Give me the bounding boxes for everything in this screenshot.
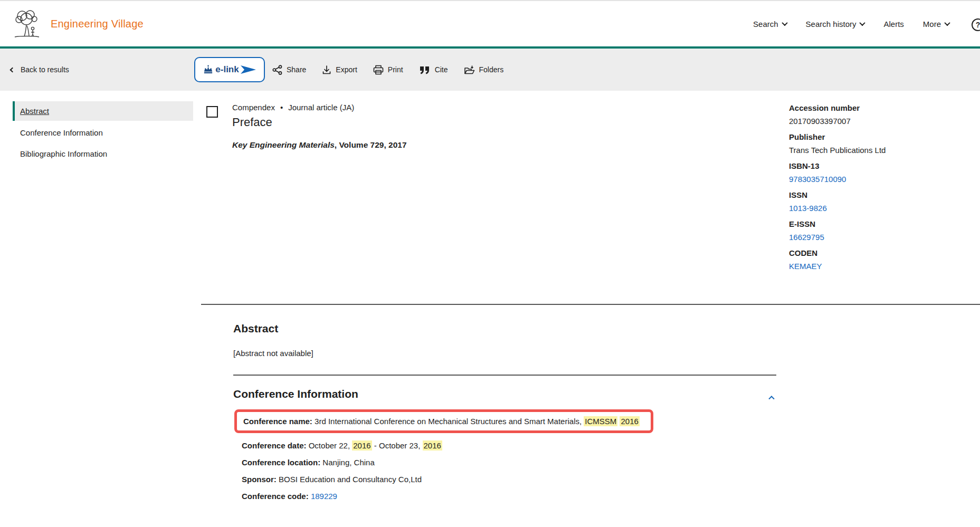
record-toolbar: Back to results e-link Share: [0, 49, 980, 91]
meta-isbn13: ISBN-13 9783035710090: [789, 161, 968, 184]
conference-date-text: October 22,: [309, 441, 350, 450]
chevron-down-icon: [860, 20, 865, 26]
print-label: Print: [388, 65, 403, 74]
meta-label: E-ISSN: [789, 219, 968, 228]
sidebar-item-label: Abstract: [20, 107, 49, 116]
database-name: Compendex: [232, 103, 275, 112]
meta-label: Publisher: [789, 132, 968, 141]
conference-name-label: Conference name:: [243, 417, 312, 426]
print-icon: [373, 65, 384, 75]
section-divider: [233, 375, 776, 376]
sidebar-item-label: Bibliographic Information: [20, 149, 107, 158]
chevron-up-icon: [768, 396, 774, 401]
search-term-highlight: 2016: [423, 440, 442, 451]
nav-search[interactable]: Search: [753, 20, 787, 28]
meta-value: 20170903397007: [789, 117, 968, 126]
conference-information-section: Conference Information Conference name: …: [233, 388, 777, 501]
nav-alerts[interactable]: Alerts: [883, 20, 903, 28]
nav-more[interactable]: More: [923, 20, 949, 28]
record-title: Preface: [232, 116, 354, 129]
export-button[interactable]: Export: [322, 65, 357, 75]
section-sidebar: Abstract Conference Information Bibliogr…: [13, 101, 193, 166]
arrow-right-icon: [241, 64, 256, 75]
source-publication-line: Key Engineering Materials, Volume 729, 2…: [232, 140, 407, 150]
document-type: Journal article (JA): [288, 103, 354, 112]
abstract-body: [Abstract not available]: [233, 349, 313, 358]
conference-heading: Conference Information: [233, 388, 777, 400]
elsevier-tree-logo: [13, 9, 41, 39]
meta-publisher: Publisher Trans Tech Publications Ltd: [789, 132, 968, 155]
meta-accession-number: Accession number 20170903397007: [789, 103, 968, 126]
print-button[interactable]: Print: [373, 65, 403, 75]
isbn13-link[interactable]: 9783035710090: [789, 175, 968, 184]
nav-alerts-label: Alerts: [883, 20, 903, 28]
sponsor-label: Sponsor:: [242, 475, 277, 484]
engineering-village-record-page: Engineering Village Search Search histor…: [0, 0, 980, 527]
brand-name: Engineering Village: [51, 18, 144, 30]
abstract-heading: Abstract: [233, 322, 313, 335]
conference-location-row: Conference location: Nanjing, China: [233, 458, 777, 467]
record-header: Compendex • Journal article (JA) Preface: [232, 103, 354, 129]
section-divider: [201, 304, 980, 305]
top-navigation: Search Search history Alerts More: [753, 20, 980, 28]
search-term-highlight: ICMSSM: [584, 416, 617, 426]
top-header: Engineering Village Search Search histor…: [0, 0, 980, 46]
conference-date-text: - October 23,: [374, 441, 421, 450]
chevron-left-icon: [10, 67, 15, 72]
meta-issn: ISSN 1013-9826: [789, 190, 968, 213]
journal-name: Key Engineering Materials: [232, 140, 335, 149]
meta-label: ISBN-13: [789, 161, 968, 170]
sidebar-item-label: Conference Information: [20, 128, 103, 137]
coden-link[interactable]: KEMAEY: [789, 262, 968, 271]
bullet-separator: •: [280, 103, 283, 112]
nav-search-history[interactable]: Search history: [806, 20, 865, 28]
sponsor-value: BOSI Education and Consultancy Co,Ltd: [279, 475, 422, 484]
crown-icon: [203, 65, 214, 74]
conference-date-label: Conference date:: [242, 441, 307, 450]
export-icon: [322, 65, 331, 75]
export-label: Export: [336, 65, 357, 74]
elink-label: e-link: [215, 64, 239, 75]
conference-code-link[interactable]: 189229: [311, 492, 337, 501]
eissn-link[interactable]: 16629795: [789, 233, 968, 242]
nav-search-label: Search: [753, 20, 778, 28]
chevron-down-icon: [944, 20, 950, 26]
meta-coden: CODEN KEMAEY: [789, 248, 968, 271]
meta-label: Accession number: [789, 103, 968, 112]
metadata-column: Accession number 20170903397007 Publishe…: [789, 103, 968, 277]
conference-code-label: Conference code:: [242, 492, 309, 501]
sidebar-item-abstract[interactable]: Abstract: [13, 101, 193, 121]
cite-label: Cite: [435, 65, 448, 74]
elink-button[interactable]: e-link: [194, 57, 265, 82]
record-select-checkbox[interactable]: [206, 106, 218, 118]
nav-search-history-label: Search history: [806, 20, 857, 28]
share-label: Share: [287, 65, 306, 74]
meta-label: ISSN: [789, 190, 968, 199]
nav-more-label: More: [923, 20, 941, 28]
cite-icon: [419, 65, 431, 74]
volume-year: , Volume 729, 2017: [335, 140, 407, 149]
conference-name-text: 3rd International Conference on Mechanic…: [315, 417, 582, 426]
sidebar-item-conference-information[interactable]: Conference Information: [13, 123, 193, 142]
meta-eissn: E-ISSN 16629795: [789, 219, 968, 242]
abstract-section: Abstract [Abstract not available]: [233, 322, 313, 358]
annotation-highlight-box: Conference name: 3rd International Confe…: [234, 409, 653, 433]
sponsor-row: Sponsor: BOSI Education and Consultancy …: [233, 475, 777, 484]
sidebar-item-bibliographic-information[interactable]: Bibliographic Information: [13, 145, 193, 163]
share-button[interactable]: Share: [272, 65, 306, 75]
search-term-highlight: 2016: [620, 416, 639, 426]
meta-label: CODEN: [789, 248, 968, 257]
back-to-results-link[interactable]: Back to results: [11, 49, 69, 91]
folders-label: Folders: [479, 65, 504, 74]
back-to-results-label: Back to results: [21, 65, 69, 74]
folders-button[interactable]: Folders: [464, 65, 504, 75]
conference-date-row: Conference date: October 22, 2016 - Octo…: [233, 441, 777, 450]
conference-code-row: Conference code: 189229: [233, 492, 777, 501]
conference-location-label: Conference location:: [242, 458, 320, 467]
cite-button[interactable]: Cite: [419, 65, 448, 74]
collapse-section-button[interactable]: [769, 392, 774, 401]
issn-link[interactable]: 1013-9826: [789, 204, 968, 213]
search-term-highlight: 2016: [352, 440, 372, 451]
help-icon[interactable]: ?: [972, 18, 980, 31]
share-icon: [272, 65, 282, 75]
